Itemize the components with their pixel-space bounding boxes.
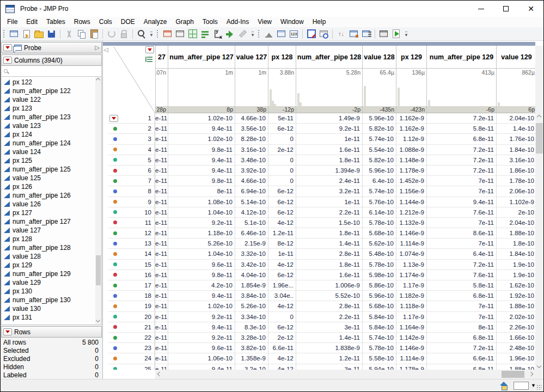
horizontal-scroll-thumb[interactable] <box>502 371 524 378</box>
column-header-graph[interactable]: 3.88n-12p <box>268 69 296 113</box>
data-cell[interactable]: 0 <box>268 166 296 176</box>
join-tables-icon[interactable] <box>348 28 359 40</box>
data-cell[interactable]: 1.8e-10 <box>497 238 535 249</box>
data-cell[interactable]: 5.26e-10 <box>235 301 268 311</box>
data-cell[interactable]: 1.838e-9 <box>296 343 363 353</box>
numeric-123-icon[interactable] <box>288 28 299 40</box>
data-cell[interactable]: 5.52e-10 <box>296 291 363 301</box>
data-cell[interactable]: 1.8e-11 <box>296 260 363 270</box>
data-table-icon[interactable] <box>162 28 173 40</box>
data-cell[interactable]: 5.76e-10 <box>363 197 396 207</box>
data-cell[interactable]: 3.28e-10 <box>235 333 268 343</box>
overflow-icon[interactable] <box>249 28 256 40</box>
data-cell[interactable]: 1.4e-11 <box>296 238 363 249</box>
data-cell[interactable]: 0 <box>268 134 296 144</box>
column-list-item[interactable]: px 125 <box>2 156 101 165</box>
data-cell[interactable]: 9.6e-11 <box>168 260 235 270</box>
data-cell[interactable]: 1.2e-11 <box>296 353 363 364</box>
data-cell[interactable]: 3.84e-10 <box>235 291 268 301</box>
data-cell[interactable]: 6.94e-10 <box>235 186 268 197</box>
data-cell[interactable]: 0 <box>268 155 296 166</box>
query-table-icon[interactable] <box>318 28 329 40</box>
data-cell[interactable]: e-11 <box>155 113 168 124</box>
data-cell[interactable]: 9.2e-11 <box>168 218 235 228</box>
data-cell[interactable]: 8.6e-11 <box>427 228 497 238</box>
data-cell[interactable]: 7.2e-11 <box>427 260 497 270</box>
columns-scroll-thumb[interactable] <box>96 255 101 285</box>
data-cell[interactable]: 5.84e-10 <box>363 322 396 333</box>
data-cell[interactable]: e-11 <box>155 249 168 259</box>
data-cell[interactable]: 1.178e-9 <box>396 364 427 370</box>
column-list-item[interactable]: value 127 <box>2 226 101 235</box>
data-cell[interactable]: 5.96e-10 <box>363 113 396 124</box>
data-cell[interactable]: 5.98e-10 <box>363 270 396 280</box>
toolbar-grip-icon[interactable] <box>258 29 260 39</box>
data-cell[interactable]: 3e-11 <box>296 322 363 333</box>
data-cell[interactable]: 1.02e-10 <box>168 113 235 124</box>
row-header[interactable]: 21 <box>108 322 155 333</box>
column-header[interactable]: px 129 <box>396 46 427 69</box>
data-cell[interactable]: 2e-10 <box>497 207 535 218</box>
data-cell[interactable]: 1.9e-10 <box>497 270 535 280</box>
data-cell[interactable]: 3.56e-10 <box>235 124 268 134</box>
menu-item-tools[interactable]: Tools <box>198 17 222 27</box>
data-cell[interactable]: 7.2e-11 <box>427 155 497 166</box>
column-header[interactable]: value 128 <box>363 46 396 69</box>
row-header[interactable]: 19 <box>108 301 155 311</box>
data-cell[interactable]: 9.6e-11 <box>168 343 235 353</box>
fit-y-by-x-icon[interactable] <box>212 28 223 40</box>
row-header[interactable]: 14 <box>108 249 155 259</box>
data-cell[interactable]: e-11 <box>155 260 168 270</box>
column-list-item[interactable]: value 122 <box>2 95 101 104</box>
data-cell[interactable]: 1.8e-11 <box>296 228 363 238</box>
data-cell[interactable]: 7e-11 <box>427 301 497 311</box>
data-cell[interactable]: 6e-12 <box>268 322 296 333</box>
data-cell[interactable]: 5.78e-10 <box>363 260 396 270</box>
row-header[interactable]: 20 <box>108 312 155 322</box>
data-cell[interactable]: 1e-11 <box>296 134 363 144</box>
close-button[interactable]: ✕ <box>518 1 543 17</box>
data-cell[interactable]: e-11 <box>155 353 168 364</box>
row-header[interactable]: 15 <box>108 260 155 270</box>
data-cell[interactable]: 8e-11 <box>427 322 497 333</box>
data-cell[interactable]: 3.16e-10 <box>235 145 268 155</box>
rows-stat-labeled[interactable]: Labeled0 <box>1 371 102 379</box>
scroll-down-icon[interactable] <box>537 364 541 368</box>
data-cell[interactable]: 1.132e-9 <box>396 218 427 228</box>
data-cell[interactable]: 1.088e-9 <box>396 145 427 155</box>
data-cell[interactable]: 8e-11 <box>168 186 235 197</box>
data-cell[interactable]: 4e-12 <box>268 218 296 228</box>
data-cell[interactable]: 6.46e-10 <box>235 228 268 238</box>
data-cell[interactable]: 5.68e-10 <box>363 301 396 311</box>
data-cell[interactable]: e-11 <box>155 166 168 176</box>
column-list-item[interactable]: px 129 <box>2 261 101 270</box>
data-cell[interactable]: 1.2e-11 <box>268 228 296 238</box>
data-cell[interactable]: 2.26e-10 <box>497 322 535 333</box>
data-cell[interactable]: 1.04e-10 <box>168 207 235 218</box>
data-cell[interactable]: 7e-11 <box>427 218 497 228</box>
vertical-scrollbar[interactable] <box>535 46 543 370</box>
column-header[interactable]: px 128 <box>268 46 296 69</box>
data-cell[interactable]: 3.92e-10 <box>235 166 268 176</box>
data-cell[interactable]: 8e-12 <box>268 238 296 249</box>
column-list-item[interactable]: num_after_pipe 125 <box>2 165 101 174</box>
data-cell[interactable]: 5.74e-10 <box>363 333 396 343</box>
data-cell[interactable]: 4e-12 <box>268 364 296 370</box>
data-cell[interactable]: 1.148e-9 <box>396 155 427 166</box>
scroll-down-icon[interactable] <box>96 318 100 322</box>
data-cell[interactable]: 1.146e-9 <box>396 228 427 238</box>
search-icon[interactable] <box>136 28 147 40</box>
data-cell[interactable]: 1.4e-10 <box>497 124 535 134</box>
row-header[interactable]: 25 <box>108 364 155 370</box>
data-cell[interactable]: 5.8e-11 <box>427 124 497 134</box>
row-header[interactable]: 23 <box>108 343 155 353</box>
data-cell[interactable]: 1.02e-10 <box>168 134 235 144</box>
data-cell[interactable]: 1.17e-9 <box>396 312 427 322</box>
row-header[interactable]: 17 <box>108 280 155 291</box>
row-header[interactable]: 11 <box>108 218 155 228</box>
data-cell[interactable]: 0 <box>268 176 296 186</box>
data-cell[interactable]: 1.62e-10 <box>497 280 535 291</box>
data-cell[interactable]: 1.86e-10 <box>497 166 535 176</box>
data-cell[interactable]: 6.6e-11 <box>427 353 497 364</box>
data-cell[interactable]: 7e-11 <box>427 312 497 322</box>
